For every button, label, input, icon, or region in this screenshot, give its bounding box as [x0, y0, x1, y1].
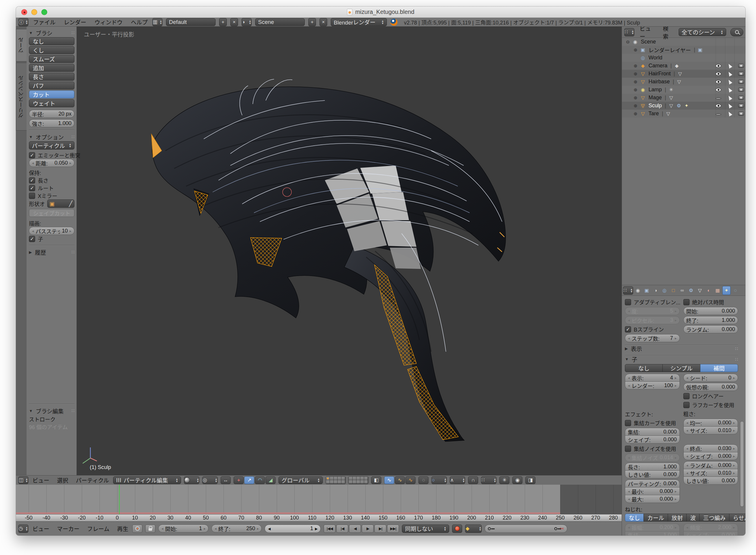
parting-min-slider[interactable]: ◂最小:0.000▸: [625, 487, 680, 495]
properties-tab-render-layers[interactable]: ▣: [643, 286, 651, 295]
segment-option[interactable]: カール: [644, 514, 668, 522]
select-path-toggle[interactable]: ∿: [384, 476, 394, 484]
arrow-right-icon[interactable]: ▸: [733, 463, 735, 468]
menu-item[interactable]: レンダー: [62, 18, 87, 26]
checkbox-box[interactable]: [29, 193, 35, 199]
arrow-right-icon[interactable]: ▸: [733, 446, 735, 451]
viewport-canvas[interactable]: ユーザー・平行投影 (1) Sculp: [77, 27, 622, 475]
arrow-right-icon[interactable]: ▸: [675, 318, 677, 323]
arrow-right-icon[interactable]: ▸: [675, 383, 677, 388]
properties-tab-modifiers[interactable]: ⚙: [687, 286, 695, 295]
path-steps-slider[interactable]: ◂パスステップ:10▸: [29, 227, 75, 235]
clump-shape-slider[interactable]: シェイプ:0.000: [625, 436, 680, 443]
layer-cell[interactable]: [360, 480, 364, 484]
play-reverse-button[interactable]: ◀: [349, 524, 361, 533]
arrow-left-icon[interactable]: ◂: [215, 526, 217, 531]
children-checkbox[interactable]: ✓子: [29, 235, 75, 243]
layer-cell[interactable]: [341, 477, 345, 480]
properties-tab-particles[interactable]: ✦: [722, 286, 730, 295]
segment-option[interactable]: なし: [625, 514, 644, 522]
layer-cell[interactable]: [341, 480, 345, 484]
falloff-dropdown[interactable]: ∧: [450, 476, 465, 484]
arrow-right-icon[interactable]: ▸: [675, 309, 677, 313]
menu-item[interactable]: マーカー: [56, 524, 81, 532]
arrow-right-icon[interactable]: ▸: [69, 229, 72, 233]
timeline-graph[interactable]: [16, 485, 622, 514]
visibility-eye-icon[interactable]: [715, 80, 721, 84]
child-length-slider[interactable]: 長さ:1.000: [625, 463, 680, 471]
select-point-toggle[interactable]: ∿: [395, 476, 405, 484]
checkbox-box[interactable]: ✓: [29, 185, 35, 191]
checkbox-box[interactable]: ✓: [29, 177, 35, 183]
expand-toggle-icon[interactable]: ⊕: [632, 79, 639, 85]
rough-threshold-slider[interactable]: しきい値:0.000: [683, 477, 738, 485]
editor-type-info-dropdown[interactable]: ⓘ: [18, 18, 28, 26]
properties-tab-scene[interactable]: ◑: [652, 286, 660, 295]
options-panel-header[interactable]: オプション∷: [29, 132, 75, 141]
editor-type-properties-dropdown[interactable]: ∷: [623, 286, 633, 295]
arrow-right-icon[interactable]: ▸: [257, 526, 259, 531]
next-keyframe-button[interactable]: ▶|: [374, 524, 386, 533]
segment-option[interactable]: らせん: [729, 514, 745, 522]
shape-object-field[interactable]: ▣ ╱: [47, 200, 75, 208]
checkbox-box[interactable]: [683, 299, 690, 305]
parting-slider[interactable]: パーティング:0.000: [625, 480, 680, 487]
properties-tab-constraints[interactable]: ∞: [678, 286, 686, 295]
layer-cell[interactable]: [337, 480, 341, 484]
tab-grease-pencil[interactable]: グリースペンシル: [16, 62, 27, 131]
checkbox-box[interactable]: [625, 420, 631, 426]
properties-scrollbar[interactable]: [740, 421, 744, 507]
rough-uniform-slider[interactable]: ◂均一:0.000▸: [683, 419, 738, 427]
brush-panel-header[interactable]: ブラシ∷: [29, 28, 75, 37]
menu-item[interactable]: ビュー: [31, 524, 50, 532]
renderability-camera-icon[interactable]: [738, 64, 744, 68]
segment-option[interactable]: シンプル: [662, 364, 700, 372]
arrow-left-icon[interactable]: ◂: [628, 383, 630, 388]
scene-selector[interactable]: Scene: [255, 18, 305, 26]
segment-option[interactable]: 補間: [700, 364, 738, 372]
emitter-collide-checkbox[interactable]: ✓エミッターと衝突: [29, 151, 75, 159]
visibility-eye-icon[interactable]: [715, 64, 721, 68]
outliner-row-camera[interactable]: ⊕◆Camera|◆: [622, 62, 745, 70]
clump-noise-size-slider[interactable]: ◂集結ノイズサ:0.014▸: [625, 454, 680, 462]
arrow-right-icon[interactable]: ▸: [204, 526, 206, 531]
add-layout-button[interactable]: +: [219, 18, 227, 26]
checkbox-box[interactable]: [625, 299, 631, 305]
arrow-left-icon[interactable]: ◂: [628, 318, 630, 323]
auto-keyframe-toggle[interactable]: [132, 524, 142, 533]
renderability-camera-icon[interactable]: [738, 104, 744, 108]
eyedropper-icon[interactable]: ╱: [69, 200, 73, 207]
absolute-path-time-checkbox[interactable]: 絶対パス時間: [683, 298, 738, 306]
layer-cell[interactable]: [357, 480, 360, 484]
properties-tab-object[interactable]: □: [669, 286, 677, 295]
layer-cell[interactable]: [352, 477, 357, 480]
menu-item[interactable]: 選択: [56, 476, 69, 484]
renderability-camera-icon[interactable]: [738, 96, 744, 99]
current-frame-line[interactable]: [119, 485, 120, 514]
clump-slider[interactable]: 集結:0.000: [625, 428, 680, 436]
manipulator-rotate-toggle[interactable]: ◠: [255, 476, 265, 484]
expand-toggle-icon[interactable]: ⊕: [632, 95, 639, 100]
visibility-eye-icon[interactable]: [715, 72, 721, 76]
outliner-filter-dropdown[interactable]: 全てのシーン: [679, 28, 726, 36]
shape-cut-button[interactable]: シェイプカット: [29, 209, 75, 217]
checkbox-box[interactable]: ✓: [29, 236, 35, 242]
use-clump-noise-checkbox[interactable]: 集結ノイズを使用: [625, 445, 680, 453]
jump-to-start-button[interactable]: |◀◀: [324, 524, 335, 533]
brush-button[interactable]: 長さ: [29, 73, 75, 81]
brush-button[interactable]: ウェイト: [29, 99, 75, 107]
keep-root-checkbox[interactable]: ✓ルート: [29, 184, 75, 192]
bspline-checkbox[interactable]: ✓Bスプライン: [625, 326, 680, 333]
layers-grid-1[interactable]: [326, 476, 345, 484]
pixels-slider[interactable]: ◂ピクセル:3▸: [625, 316, 680, 324]
children-display-slider[interactable]: ◂表示:4▸: [625, 374, 680, 382]
arrow-left-icon[interactable]: ◂: [686, 471, 689, 475]
screen-layout-icon-button[interactable]: ▥: [152, 18, 162, 26]
long-hair-checkbox[interactable]: ロングヘアー: [683, 392, 738, 400]
rough-random-slider[interactable]: ◂ランダム:0.000▸: [683, 461, 738, 469]
brush-strength-slider[interactable]: 強さ:1.000: [29, 119, 75, 127]
limit-selection-toggle[interactable]: ◌: [419, 476, 428, 484]
outliner-row-sculp[interactable]: ⊕▽Sculp|▽⚙✦: [622, 102, 745, 110]
brush-button[interactable]: 追加: [29, 64, 75, 72]
children-render-slider[interactable]: ◂レンダー:100▸: [625, 382, 680, 389]
